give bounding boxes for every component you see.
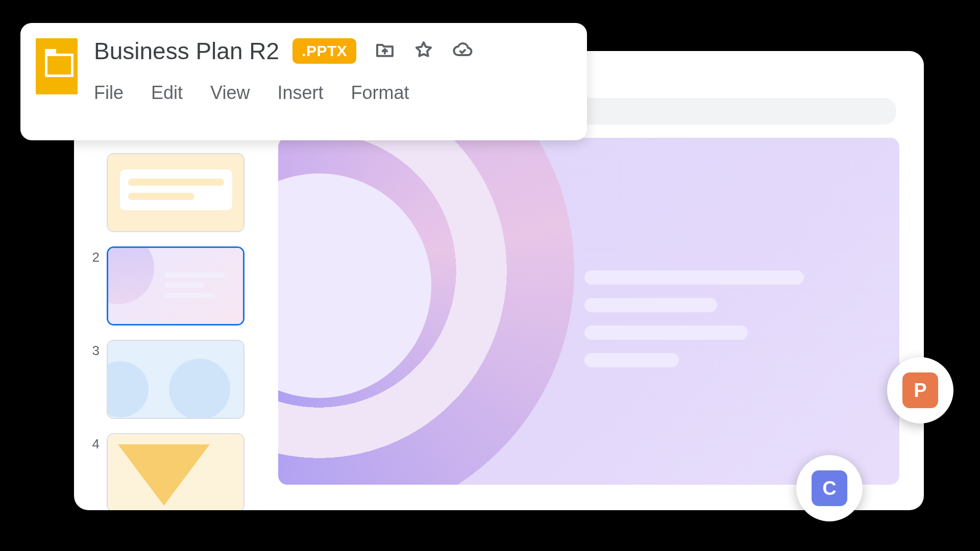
slide-text-placeholder	[584, 270, 804, 381]
thumbnail-row: 3	[84, 340, 278, 419]
thumbnail-number: 4	[84, 436, 100, 452]
move-to-folder-icon[interactable]	[375, 40, 395, 62]
cloud-saved-icon[interactable]	[452, 40, 473, 62]
menu-file[interactable]: File	[94, 82, 124, 104]
document-title[interactable]: Business Plan R2	[94, 37, 279, 65]
file-extension-badge: .PPTX	[292, 38, 356, 64]
slide-thumbnail-3[interactable]	[107, 340, 244, 419]
thumbnail-row: 4	[84, 433, 278, 510]
slide-thumbnail-1[interactable]	[107, 153, 244, 232]
slide-thumbnail-4[interactable]	[107, 433, 244, 510]
thumbnail-row	[84, 153, 278, 232]
menu-view[interactable]: View	[210, 82, 250, 104]
thumbnail-number: 2	[84, 249, 100, 265]
avatar-chip: P	[902, 372, 938, 408]
thumbnail-row: 2	[84, 246, 278, 325]
avatar-chip: C	[812, 470, 847, 506]
menu-insert[interactable]: Insert	[277, 82, 323, 104]
header-panel: Business Plan R2 .PPTX File Edit View In…	[20, 23, 587, 140]
star-icon[interactable]	[413, 40, 434, 62]
slide-thumbnail-2[interactable]	[107, 246, 244, 325]
collaborator-avatar-p[interactable]: P	[887, 357, 953, 423]
slides-logo-icon[interactable]	[36, 38, 78, 94]
slide-canvas[interactable]	[278, 138, 899, 485]
menu-format[interactable]: Format	[351, 82, 409, 104]
collaborator-avatar-c[interactable]: C	[796, 455, 863, 521]
menu-edit[interactable]: Edit	[151, 82, 183, 104]
title-row: Business Plan R2 .PPTX	[94, 37, 572, 65]
thumbnail-number: 3	[84, 343, 100, 359]
menu-bar: File Edit View Insert Format	[94, 82, 572, 104]
